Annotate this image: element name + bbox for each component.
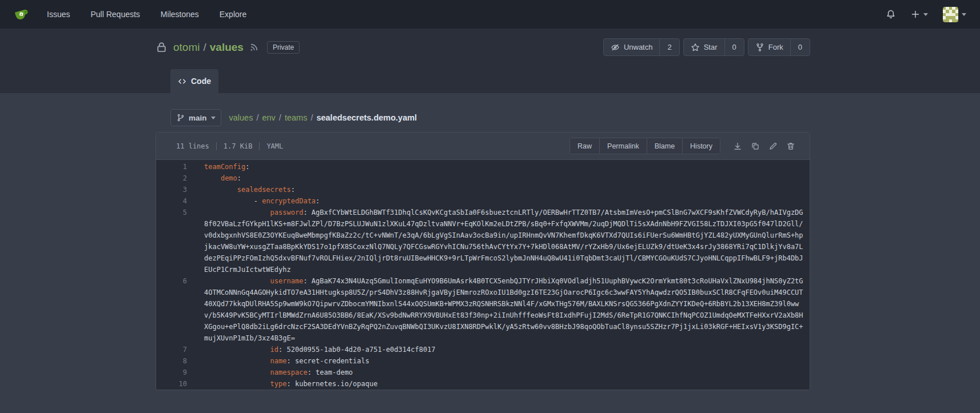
- breadcrumb-separator: /: [310, 113, 313, 122]
- tab-code[interactable]: Code: [170, 69, 218, 93]
- gitea-logo[interactable]: [14, 6, 31, 23]
- breadcrumb-segment-values[interactable]: values: [229, 113, 253, 122]
- notifications-bell-icon[interactable]: [886, 9, 896, 19]
- star-button-group: Star0: [683, 38, 744, 56]
- yaml-key: id: [270, 346, 278, 354]
- history-button[interactable]: History: [682, 138, 720, 154]
- star-count[interactable]: 0: [724, 39, 744, 55]
- yaml-key: password: [270, 208, 304, 216]
- line-number[interactable]: 8: [156, 355, 195, 367]
- permalink-button[interactable]: Permalink: [599, 138, 647, 154]
- code-line-content: demo:: [195, 173, 810, 184]
- file-size: 1.7 KiB: [224, 142, 253, 150]
- code-line-content: namespace: team-demo: [195, 367, 810, 378]
- yaml-key: teamConfig: [204, 163, 245, 171]
- code-line-1: 1teamConfig:: [156, 161, 810, 173]
- line-number[interactable]: 4: [156, 195, 195, 207]
- repo-owner-link[interactable]: otomi: [173, 41, 200, 53]
- repo-name-link[interactable]: values: [210, 41, 244, 53]
- yaml-key: username: [270, 277, 304, 285]
- lock-icon: [156, 41, 168, 53]
- fork-button[interactable]: Fork: [748, 39, 790, 55]
- unwatch-button[interactable]: Unwatch: [604, 39, 660, 55]
- blame-button[interactable]: Blame: [647, 138, 682, 154]
- tab-code-label: Code: [191, 77, 211, 86]
- line-number[interactable]: 9: [156, 367, 195, 378]
- code-line-6: 6 username: AgBaK74x3N4UAzq5GmulIonmqEuH…: [156, 275, 810, 344]
- user-menu[interactable]: [943, 7, 966, 22]
- visibility-badge: Private: [267, 41, 300, 54]
- delete-trash-icon[interactable]: [785, 142, 796, 151]
- chevron-down-icon: [211, 117, 216, 119]
- line-number[interactable]: 6: [156, 275, 195, 344]
- line-number[interactable]: 3: [156, 184, 195, 195]
- branch-selector[interactable]: main: [170, 109, 221, 126]
- star-button[interactable]: Star: [684, 39, 724, 55]
- star-icon: [691, 43, 700, 52]
- create-new-menu[interactable]: [911, 10, 928, 19]
- code-icon: [178, 77, 186, 86]
- nav-item-milestones[interactable]: Milestones: [161, 10, 199, 19]
- yaml-key: sealedsecrets: [237, 186, 291, 194]
- line-number[interactable]: 10: [156, 378, 195, 390]
- breadcrumb: values/env/teams/sealedsecrets.demo.yaml: [229, 113, 417, 122]
- chevron-down-icon: [923, 13, 928, 16]
- breadcrumb-segment-teams[interactable]: teams: [285, 113, 308, 122]
- line-number[interactable]: 1: [156, 161, 195, 173]
- code-line-content: name: secret-credentials: [195, 355, 810, 367]
- yaml-key: demo: [221, 174, 237, 182]
- code-view: 1teamConfig:2 demo:3 sealedsecrets:4 - e…: [156, 160, 810, 390]
- copy-icon[interactable]: [750, 142, 761, 151]
- rss-feed-icon[interactable]: [249, 42, 259, 52]
- main-content: main values/env/teams/sealedsecrets.demo…: [0, 110, 980, 390]
- raw-button[interactable]: Raw: [570, 138, 599, 154]
- line-number[interactable]: 7: [156, 344, 195, 355]
- file-meta: 11 lines 1.7 KiB YAML: [176, 142, 283, 150]
- plus-icon: [911, 10, 920, 19]
- eye-slash-icon: [611, 43, 620, 52]
- code-line-content: username: AgBaK74x3N4UAzq5GmulIonmqEuHYO…: [195, 275, 810, 344]
- code-line-content: teamConfig:: [195, 161, 810, 173]
- divider: [259, 142, 260, 150]
- code-line-10: 10 type: kubernetes.io/opaque: [156, 378, 810, 390]
- repo-header: otomi/values Private Unwatch2Star0Fork0 …: [0, 29, 980, 93]
- code-line-2: 2 demo:: [156, 173, 810, 184]
- edit-pencil-icon[interactable]: [767, 142, 779, 151]
- breadcrumb-separator: /: [279, 113, 281, 122]
- code-line-7: 7 id: 520d0955-1ab0-4d20-a751-e0d314cf80…: [156, 344, 810, 355]
- breadcrumb-file-name: sealedsecrets.demo.yaml: [316, 113, 417, 122]
- unwatch-button-group: Unwatch2: [603, 38, 680, 56]
- unwatch-count[interactable]: 2: [659, 39, 679, 55]
- code-line-5: 5 password: AgBxfCYbWtELDGhBWTf31DhqlCsK…: [156, 207, 810, 275]
- code-line-9: 9 namespace: team-demo: [156, 367, 810, 378]
- file-actions: Raw Permalink Blame History: [569, 138, 720, 154]
- navbar: Issues Pull Requests Milestones Explore: [0, 0, 980, 29]
- line-number[interactable]: 5: [156, 207, 195, 275]
- line-number[interactable]: 2: [156, 173, 195, 184]
- chevron-down-icon: [962, 13, 966, 16]
- fork-count[interactable]: 0: [790, 39, 810, 55]
- code-line-content: - encryptedData:: [195, 195, 810, 207]
- breadcrumb-separator: /: [256, 113, 258, 122]
- code-line-content: password: AgBxfCYbWtELDGhBWTf31DhqlCsKQv…: [195, 207, 810, 275]
- nav-item-explore[interactable]: Explore: [220, 10, 246, 19]
- file-header: 11 lines 1.7 KiB YAML Raw Permalink Blam…: [156, 133, 810, 160]
- code-line-8: 8 name: secret-credentials: [156, 355, 810, 367]
- git-branch-icon: [177, 114, 185, 122]
- download-icon[interactable]: [732, 142, 743, 151]
- repo-title-separator: /: [203, 41, 206, 53]
- fork-icon: [755, 43, 764, 52]
- fork-button-group: Fork0: [748, 38, 810, 56]
- nav-item-pull-requests[interactable]: Pull Requests: [90, 10, 140, 19]
- file-lines-count: 11 lines: [176, 142, 209, 150]
- breadcrumb-segment-env[interactable]: env: [262, 113, 275, 122]
- repo-actions: Unwatch2Star0Fork0: [603, 38, 810, 56]
- yaml-key: type: [270, 380, 287, 388]
- nav-item-issues[interactable]: Issues: [47, 10, 70, 19]
- code-line-content: sealedsecrets:: [195, 184, 810, 195]
- file-language: YAML: [266, 142, 283, 150]
- branch-name: main: [189, 114, 207, 122]
- yaml-key: name: [270, 357, 287, 365]
- code-line-4: 4 - encryptedData:: [156, 195, 810, 207]
- code-line-3: 3 sealedsecrets:: [156, 184, 810, 195]
